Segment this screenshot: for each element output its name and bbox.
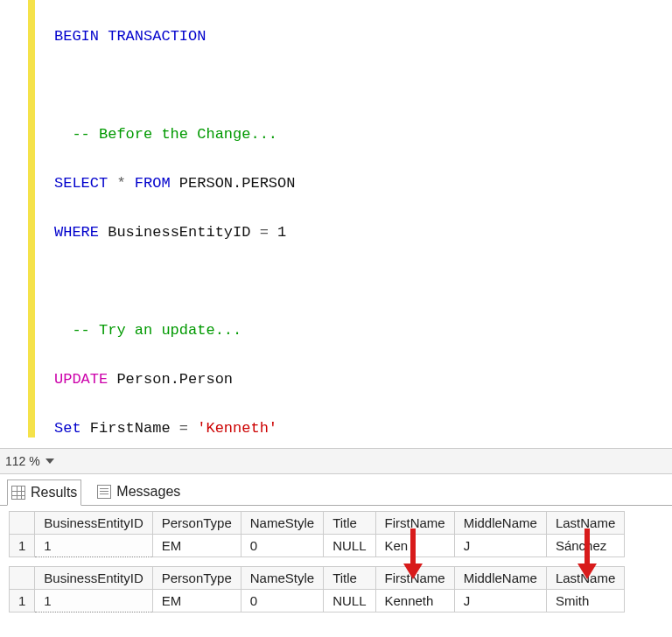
row-header-blank [10,567,35,590]
cell[interactable]: Smith [546,590,624,612]
code-area[interactable]: BEGIN TRANSACTION -- Before the Change..… [37,0,358,448]
ident: BusinessEntityID [108,224,250,241]
cell[interactable]: Ken [375,535,454,557]
col-header[interactable]: BusinessEntityID [35,512,152,535]
cell-null[interactable]: NULL [324,590,375,612]
col-header[interactable]: NameStyle [241,567,323,590]
kw: UPDATE [54,371,108,388]
col-header[interactable]: BusinessEntityID [35,567,152,590]
cell-null[interactable]: NULL [324,535,375,557]
table-header-row: BusinessEntityID PersonType NameStyle Ti… [10,567,625,590]
col-header[interactable]: FirstName [375,567,454,590]
grid-icon [11,486,25,500]
table-row[interactable]: 1 1 EM 0 NULL Kenneth J Smith [10,590,625,612]
cell[interactable]: Sánchez [546,535,624,557]
op: = [260,224,269,241]
results-pane: Results Messages BusinessEntityID Person… [0,474,672,612]
col-header[interactable]: MiddleName [454,512,546,535]
col-header[interactable]: Title [324,567,375,590]
col-header[interactable]: Title [324,512,375,535]
tab-messages[interactable]: Messages [94,479,184,505]
ident: Person.Person [116,371,233,388]
results-table-2[interactable]: BusinessEntityID PersonType NameStyle Ti… [9,566,625,612]
zoom-level[interactable]: 112 % [5,454,40,468]
row-number: 1 [10,535,35,557]
cell[interactable]: J [454,590,546,612]
cell[interactable]: EM [152,590,241,612]
op: * [116,175,125,192]
results-table-1[interactable]: BusinessEntityID PersonType NameStyle Ti… [9,511,625,557]
ident: FirstName [90,420,171,437]
col-header[interactable]: FirstName [375,512,454,535]
comment: -- Try an update... [72,322,242,339]
col-header[interactable]: NameStyle [241,512,323,535]
col-header[interactable]: MiddleName [454,567,546,590]
kw: SELECT [54,175,108,192]
zoom-dropdown-icon[interactable] [44,455,56,467]
ident: PERSON.PERSON [179,175,296,192]
tab-results[interactable]: Results [7,480,81,506]
cell[interactable]: 1 [35,535,152,557]
zoom-bar: 112 % [0,448,672,474]
cell[interactable]: J [454,535,546,557]
cell[interactable]: 0 [241,590,323,612]
tab-label: Results [31,485,77,500]
cell[interactable]: 0 [241,535,323,557]
table-row[interactable]: 1 1 EM 0 NULL Ken J Sánchez [10,535,625,557]
col-header[interactable]: PersonType [152,567,241,590]
col-header[interactable]: LastName [546,512,624,535]
results-tabs: Results Messages [0,474,672,506]
cell[interactable]: Kenneth [375,590,454,612]
cell[interactable]: 1 [35,590,152,612]
kw: FROM [135,175,171,192]
editor-gutter [0,0,37,448]
col-header[interactable]: LastName [546,567,624,590]
kw: BEGIN [54,28,99,45]
row-header-blank [10,512,35,535]
cell[interactable]: EM [152,535,241,557]
str: 'Kenneth' [197,420,277,437]
col-header[interactable]: PersonType [152,512,241,535]
row-number: 1 [10,590,35,612]
kw: WHERE [54,224,99,241]
table-header-row: BusinessEntityID PersonType NameStyle Ti… [10,512,625,535]
kw: TRANSACTION [108,28,206,45]
tab-label: Messages [116,484,180,500]
sql-editor[interactable]: BEGIN TRANSACTION -- Before the Change..… [0,0,672,448]
op: = [179,420,188,437]
change-marker [28,0,35,438]
num: 1 [277,224,286,241]
messages-icon [97,485,111,499]
comment: -- Before the Change... [72,126,277,143]
kw: Set [54,420,81,437]
